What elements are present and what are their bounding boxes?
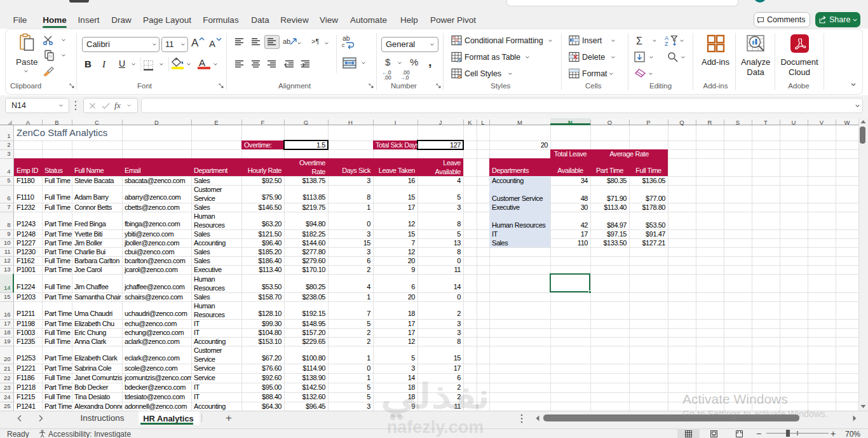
svg-text:Z: Z <box>665 41 668 46</box>
svg-text:A: A <box>665 35 668 41</box>
svg-text:c: c <box>342 42 345 48</box>
